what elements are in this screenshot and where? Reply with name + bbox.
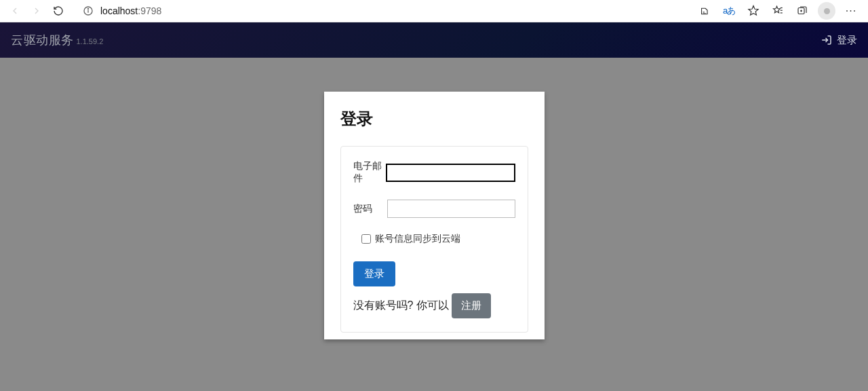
url-port: :9798 <box>138 5 161 16</box>
favorites-menu-button[interactable] <box>766 1 789 20</box>
collections-button[interactable] <box>791 1 814 20</box>
no-account-text: 没有账号吗? 你可以 <box>353 299 449 313</box>
profile-button[interactable] <box>815 1 838 20</box>
arrow-right-icon <box>31 5 42 16</box>
browser-toolbar: localhost:9798 aあ ··· <box>0 0 868 22</box>
refresh-button[interactable] <box>49 1 68 20</box>
register-button[interactable]: 注册 <box>452 293 491 318</box>
email-field[interactable] <box>386 164 515 182</box>
translate-icon: aあ <box>723 5 735 17</box>
refresh-icon <box>53 5 64 16</box>
arrow-left-icon <box>9 5 20 16</box>
more-button[interactable]: ··· <box>840 1 863 20</box>
page-body: 登录 电子邮件 密码 账号信息同步到云端 登录 没有账号吗? 你可以 注册 <box>0 58 868 391</box>
login-form: 电子邮件 密码 账号信息同步到云端 登录 没有账号吗? 你可以 注册 <box>340 146 528 333</box>
url-host: localhost <box>100 5 138 16</box>
collections-icon <box>796 5 808 17</box>
avatar-icon <box>818 2 835 20</box>
ellipsis-icon: ··· <box>846 5 856 17</box>
email-label: 电子邮件 <box>353 160 386 185</box>
url-text: localhost:9798 <box>96 5 681 16</box>
login-card: 登录 电子邮件 密码 账号信息同步到云端 登录 没有账号吗? 你可以 注册 <box>324 92 545 339</box>
signup-row: 没有账号吗? 你可以 注册 <box>353 293 515 318</box>
sync-row: 账号信息同步到云端 <box>361 233 515 245</box>
brand: 云驱动服务 1.1.59.2 <box>11 32 103 48</box>
translate-button[interactable]: aあ <box>717 1 741 20</box>
star-icon <box>747 5 760 17</box>
read-aloud-button[interactable] <box>693 1 716 20</box>
password-label: 密码 <box>353 203 387 215</box>
site-info-button[interactable] <box>80 3 96 19</box>
password-field[interactable] <box>387 200 515 218</box>
address-bar[interactable]: localhost:9798 <box>77 1 684 20</box>
info-icon <box>83 5 94 16</box>
back-button[interactable] <box>5 1 24 20</box>
toolbar-right: aあ ··· <box>693 1 863 20</box>
login-icon <box>821 34 833 46</box>
svg-point-2 <box>87 8 88 9</box>
login-submit-button[interactable]: 登录 <box>353 261 395 286</box>
email-row: 电子邮件 <box>353 160 515 185</box>
password-row: 密码 <box>353 200 515 218</box>
forward-button[interactable] <box>27 1 46 20</box>
read-aloud-icon <box>699 5 711 17</box>
favorite-button[interactable] <box>742 1 765 20</box>
app-header: 云驱动服务 1.1.59.2 登录 <box>0 22 868 58</box>
sync-checkbox[interactable] <box>361 234 371 244</box>
header-login-link[interactable]: 登录 <box>821 34 857 47</box>
sync-checkbox-label: 账号信息同步到云端 <box>375 233 460 245</box>
login-title: 登录 <box>340 108 528 130</box>
star-list-icon <box>772 5 784 17</box>
header-login-label: 登录 <box>837 34 857 47</box>
brand-name: 云驱动服务 <box>11 32 74 48</box>
brand-version: 1.1.59.2 <box>77 37 104 45</box>
